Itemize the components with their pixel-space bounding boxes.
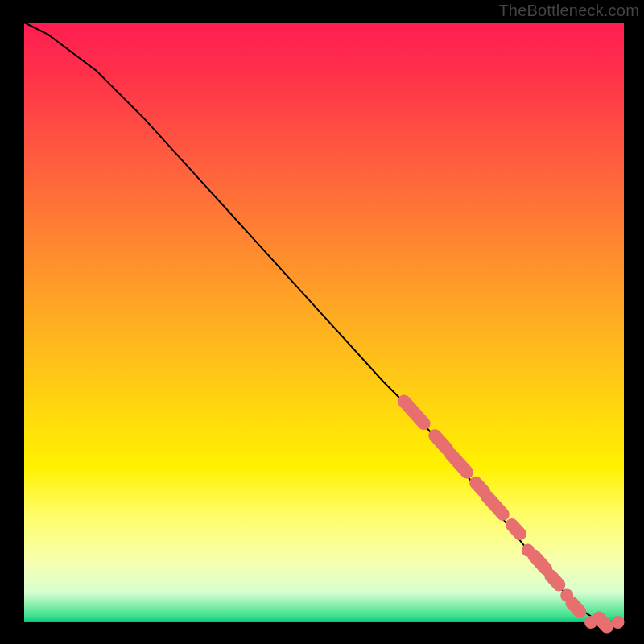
chart-frame: TheBottleneck.com	[0, 0, 644, 644]
curve-marker	[551, 576, 559, 584]
curve-marker	[476, 483, 484, 492]
curve-marker	[512, 525, 520, 534]
chart-overlay	[24, 23, 624, 622]
curve-marker	[534, 555, 546, 569]
bottleneck-curve	[24, 23, 624, 622]
marker-layer	[404, 401, 625, 629]
curve-marker	[404, 401, 424, 423]
curve-marker	[487, 497, 503, 514]
curve-marker	[451, 455, 467, 473]
curve-marker	[572, 603, 580, 612]
curve-marker	[435, 436, 447, 449]
curve-marker	[612, 616, 625, 629]
watermark-text: TheBottleneck.com	[498, 2, 639, 20]
plot-area	[24, 23, 624, 622]
curve-marker	[599, 618, 607, 627]
